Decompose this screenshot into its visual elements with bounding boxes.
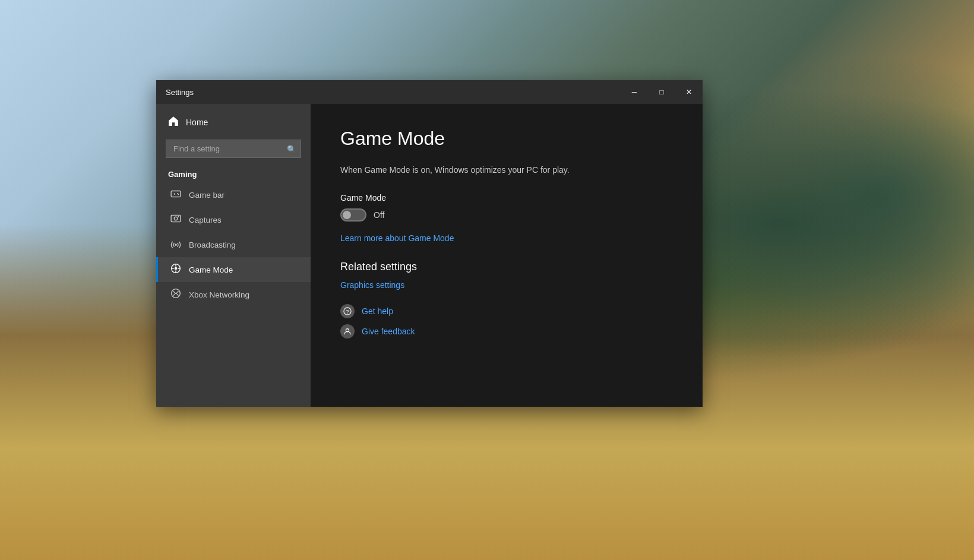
sidebar: Home 🔍 Gaming	[156, 104, 311, 407]
svg-point-3	[177, 193, 178, 194]
svg-point-8	[175, 244, 176, 246]
svg-point-6	[174, 217, 178, 220]
gamemode-icon	[170, 263, 182, 276]
search-input[interactable]	[166, 140, 301, 158]
captures-icon	[170, 213, 182, 226]
maximize-button[interactable]: □	[648, 80, 675, 104]
page-title: Game Mode	[340, 128, 673, 150]
window-body: Home 🔍 Gaming	[156, 104, 703, 407]
xbox-icon	[170, 288, 182, 301]
settings-window: Settings ─ □ ✕ Home	[156, 80, 703, 407]
graphics-settings-link[interactable]: Graphics settings	[340, 280, 673, 290]
game-mode-setting-label: Game Mode	[340, 193, 673, 203]
sidebar-home[interactable]: Home	[156, 110, 311, 135]
svg-rect-0	[171, 191, 181, 197]
toggle-state: Off	[374, 210, 384, 220]
sidebar-item-label: Game Mode	[189, 265, 233, 274]
give-feedback-link[interactable]: Give feedback	[362, 327, 415, 336]
sidebar-item-xbox-networking[interactable]: Xbox Networking	[156, 282, 311, 307]
gamebar-icon	[170, 188, 182, 201]
svg-rect-5	[171, 215, 181, 222]
sidebar-item-broadcasting[interactable]: Broadcasting	[156, 232, 311, 257]
description: When Game Mode is on, Windows optimizes …	[340, 164, 673, 176]
related-settings-title: Related settings	[340, 261, 673, 273]
svg-text:?: ?	[346, 309, 349, 315]
toggle-knob	[343, 211, 351, 219]
give-feedback-icon	[340, 324, 355, 338]
toggle-row: Off	[340, 208, 673, 222]
svg-point-10	[175, 267, 178, 270]
window-title: Settings	[166, 88, 194, 97]
get-help-row: ? Get help	[340, 304, 673, 318]
window-controls: ─ □ ✕	[621, 80, 703, 104]
sidebar-item-game-mode[interactable]: Game Mode	[156, 257, 311, 282]
close-button[interactable]: ✕	[675, 80, 703, 104]
home-label: Home	[186, 118, 208, 127]
learn-more-link[interactable]: Learn more about Game Mode	[340, 233, 673, 243]
sidebar-item-captures[interactable]: Captures	[156, 207, 311, 232]
section-label: Gaming	[156, 163, 311, 182]
svg-point-4	[178, 194, 179, 195]
titlebar: Settings ─ □ ✕	[156, 80, 703, 104]
give-feedback-row: Give feedback	[340, 324, 673, 338]
main-content: Game Mode When Game Mode is on, Windows …	[311, 104, 703, 407]
sidebar-item-label: Game bar	[189, 191, 224, 200]
svg-point-7	[178, 216, 179, 217]
get-help-link[interactable]: Get help	[362, 306, 393, 316]
broadcasting-icon	[170, 238, 182, 251]
sidebar-item-label: Broadcasting	[189, 241, 236, 249]
get-help-icon: ?	[340, 304, 355, 318]
home-icon	[168, 116, 179, 129]
minimize-button[interactable]: ─	[621, 80, 648, 104]
search-box: 🔍	[166, 140, 301, 158]
sidebar-item-label: Xbox Networking	[189, 290, 249, 299]
sidebar-item-label: Captures	[189, 216, 222, 224]
game-mode-toggle[interactable]	[340, 208, 366, 222]
sidebar-item-game-bar[interactable]: Game bar	[156, 182, 311, 207]
